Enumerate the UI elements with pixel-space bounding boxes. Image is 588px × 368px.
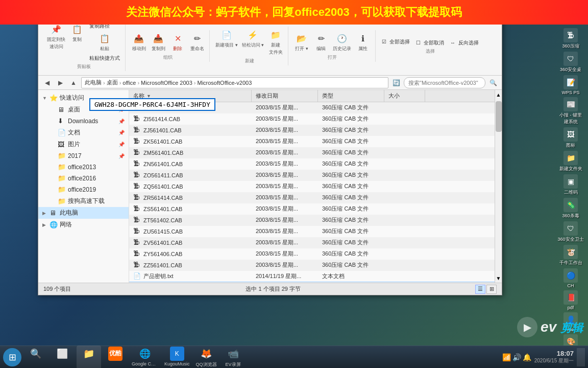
nav-tree-item-网络[interactable]: ▶ 🌐 网络 xyxy=(38,219,129,231)
nav-tree-item-此电脑[interactable]: ▶ 🖥 此电脑 xyxy=(38,207,129,219)
col-header-date[interactable]: 修改日期 xyxy=(252,90,318,102)
open-button[interactable]: 📂 打开 ▾ xyxy=(292,31,311,53)
file-name-cell: 🗜 ZQ561401.CAB xyxy=(129,181,252,192)
up-button[interactable]: ▲ xyxy=(68,77,79,88)
ev-play-button[interactable]: ▶ xyxy=(517,317,537,337)
edit-button[interactable]: ✏ 编辑 xyxy=(312,31,330,53)
invert-select-button[interactable]: ↔ 反向选择 xyxy=(448,39,481,47)
cut-button[interactable] xyxy=(81,34,85,35)
file-row[interactable]: 🗜 ZR561414.CAB 2003/8/15 星期... 360压缩 CAB… xyxy=(129,192,495,203)
path-segment-mso2003[interactable]: MicrosoftOffice 2003 xyxy=(141,80,192,86)
icons-desktop-icon[interactable]: 🖼 图标 xyxy=(557,127,584,149)
new-folder-button[interactable]: 📁 新建 文件夹 xyxy=(266,28,285,57)
file-row[interactable]: 🗜 ZS561401.CAB 2003/8/15 星期... 360压缩 CAB… xyxy=(129,203,495,215)
col-header-type[interactable]: 类型 xyxy=(318,90,384,102)
file-row[interactable]: 🗜 ZY561406.CAB 2003/8/15 星期... 360压缩 CAB… xyxy=(129,248,495,260)
clock[interactable]: 18:07 2020/6/15 星期一 xyxy=(534,350,574,364)
taskbar-youku[interactable]: 优酷 xyxy=(103,346,128,369)
nav-tree-item-office2013[interactable]: 📁 office2013 xyxy=(38,162,129,173)
pdf-desktop-icon[interactable]: 📕 pdf xyxy=(557,290,584,310)
rename-button[interactable]: ✏ 重命名 xyxy=(188,31,206,53)
file-row[interactable]: 🗜 ZO561411.CAB 2003/8/15 星期... 360压缩 CAB… xyxy=(129,170,495,181)
volume-tray-icon[interactable]: 🔊 xyxy=(512,353,521,361)
file-row[interactable]: 🗜 ZN561401.CAB 2003/8/15 星期... 360压缩 CAB… xyxy=(129,158,495,170)
path-segment-msov2003[interactable]: MicrosoftOffice-v2003 xyxy=(197,80,252,86)
scroll-thumb[interactable] xyxy=(496,101,502,132)
taskbar-kugou[interactable]: K KugouMusic xyxy=(162,346,192,369)
deselect-all-button[interactable]: ☐ 全部取消 xyxy=(414,39,446,47)
select-all-button[interactable]: ☑ 全部选择 xyxy=(380,38,412,46)
file-row[interactable]: 📄 产品密钥.txt 2014/11/19 星期... 文本文档 xyxy=(129,271,495,282)
file-row[interactable]: 🗜 ZT561402.CAB 2003/8/15 星期... 360压缩 CAB… xyxy=(129,215,495,226)
file-row[interactable]: 🗜 ZI561414.CAB 2003/8/15 星期... 360压缩 CAB… xyxy=(129,113,495,125)
360safe-desktop-desktop-icon[interactable]: 🛡 360安全桌 xyxy=(557,52,584,73)
file-icon: 🗜 xyxy=(133,205,141,213)
address-path-bar[interactable]: 此电脑 › 桌面 › office › MicrosoftOffice 2003… xyxy=(81,77,388,88)
path-segment-desktop[interactable]: 桌面 xyxy=(107,79,118,86)
news-desktop-icon[interactable]: 📰 小报 - 键里建系统 xyxy=(557,97,584,125)
view-details-button[interactable]: ☰ xyxy=(475,285,485,294)
ch-desktop-icon[interactable]: 🔵 CH xyxy=(557,268,584,288)
taskbar-qq-browser[interactable]: 🦊 QQ浏览器 xyxy=(194,346,219,369)
tree-item-label: 图片 xyxy=(68,140,80,149)
tree-item-label: office2016 xyxy=(68,175,96,182)
pin-quick-access-button[interactable]: 📌 固定到快 速访问 xyxy=(45,22,67,51)
delete-icon: ✕ xyxy=(172,32,184,44)
notification-tray-icon[interactable]: 🔔 xyxy=(523,353,531,361)
path-segment-computer[interactable]: 此电脑 xyxy=(85,79,102,86)
history-button[interactable]: 🕐 历史记录 xyxy=(331,31,353,53)
nav-tree-item-图片[interactable]: 🖼 图片 📌 xyxy=(38,139,129,150)
360security-desktop-icon[interactable]: 🛡 360安全卫士 xyxy=(557,221,584,243)
pin-indicator: 📌 xyxy=(118,153,125,159)
back-button[interactable]: ◀ xyxy=(41,77,53,88)
taskbar-file-explorer[interactable]: 📁 xyxy=(77,346,101,369)
scroll-down-button[interactable]: ▼ xyxy=(495,273,502,283)
file-row[interactable]: 🗜 ZQ561401.CAB 2003/8/15 星期... 360压缩 CAB… xyxy=(129,181,495,192)
search-input[interactable] xyxy=(404,77,485,88)
360zip-desktop-icon[interactable]: 🗜 360压缩 xyxy=(557,28,584,50)
file-row[interactable]: 🗜 ZJ561401.CAB 2003/8/15 星期... 360压缩 CAB… xyxy=(129,125,495,136)
search-button[interactable]: 🔍 xyxy=(487,77,499,88)
nav-tree-item-2017[interactable]: 📁 2017 📌 xyxy=(38,150,129,162)
nav-tree-item-office2016[interactable]: 📁 office2016 xyxy=(38,173,129,184)
360antivirus-desktop-icon[interactable]: 🦠 360杀毒 xyxy=(557,198,584,219)
copy-to-button[interactable]: 📥 复制到 xyxy=(149,31,167,53)
file-row[interactable]: 🗜 ZK561401.CAB 2003/8/15 星期... 360压缩 CAB… xyxy=(129,136,495,147)
taskbar-chrome[interactable]: 🌐 Google Chrome xyxy=(130,346,160,369)
show-desktop-button[interactable] xyxy=(577,348,585,366)
new-item-button[interactable]: 📄 新建项目 ▾ xyxy=(214,28,239,50)
move-to-button[interactable]: 📤 移动到 xyxy=(130,31,148,53)
path-segment-office[interactable]: office xyxy=(122,80,136,86)
file-row[interactable]: 🗜 ZU561415.CAB 2003/8/15 星期... 360压缩 CAB… xyxy=(129,226,495,237)
nav-tree-item-office2019[interactable]: 📁 office2019 xyxy=(38,184,129,195)
refresh-button[interactable]: 🔄 xyxy=(390,77,402,88)
view-large-button[interactable]: ⊞ xyxy=(486,285,497,294)
file-row[interactable]: 🗜 ZM561401.CAB 2003/8/15 星期... 360压缩 CAB… xyxy=(129,147,495,158)
copy-button[interactable]: 📋 复制 xyxy=(68,22,86,44)
qianniu-desktop-icon[interactable]: 🐮 千牛工作台 xyxy=(557,245,584,266)
taskbar-ev-recorder[interactable]: 📹 EV录屏 xyxy=(221,346,246,369)
network-tray-icon[interactable]: 📶 xyxy=(502,353,511,361)
forward-button[interactable]: ▶ xyxy=(55,77,66,88)
wps-desktop-icon[interactable]: 📝 WPS PS xyxy=(557,75,584,95)
organize-buttons: 📤 移动到 📥 复制到 ✕ 删除 ✏ 重命名 xyxy=(130,31,206,53)
paste-shortcut-button[interactable]: 粘贴快捷方式 xyxy=(87,54,122,62)
properties-button[interactable]: ℹ 属性 xyxy=(354,31,372,53)
taskbar-search[interactable]: 🔍 xyxy=(23,346,48,369)
scrollbar[interactable]: ▲ ▼ xyxy=(495,90,502,283)
file-row[interactable]: 🗜 ZV561401.CAB 2003/8/15 星期... 360压缩 CAB… xyxy=(129,237,495,248)
qrcode-desktop-icon[interactable]: ▣ 二维码 xyxy=(557,174,584,196)
folder-icon: 🖥 xyxy=(58,106,66,114)
scroll-up-button[interactable]: ▲ xyxy=(495,90,502,99)
easy-access-button[interactable]: ⚡ 轻松访问 ▾ xyxy=(240,28,266,50)
nav-tree-item-文档[interactable]: 📄 文档 📌 xyxy=(38,127,129,139)
new-folder-right-desktop-icon[interactable]: 📁 新建文件夹 xyxy=(557,151,584,172)
paste-button[interactable]: 📋 粘贴 xyxy=(87,31,122,53)
delete-button[interactable]: ✕ 删除 xyxy=(168,31,187,53)
nav-tree-item-搜狗高速下载[interactable]: 📁 搜狗高速下载 xyxy=(38,195,129,207)
file-row[interactable]: 🗜 ZZ561401.CAB 2003/8/15 星期... 360压缩 CAB… xyxy=(129,260,495,271)
nav-tree-item-Downloads[interactable]: ⬇ Downloads 📌 xyxy=(38,116,129,127)
col-header-size[interactable]: 大小 xyxy=(384,90,425,102)
start-button[interactable]: ⊞ xyxy=(3,348,21,366)
taskbar-task-view[interactable]: ⬜ xyxy=(50,346,75,369)
